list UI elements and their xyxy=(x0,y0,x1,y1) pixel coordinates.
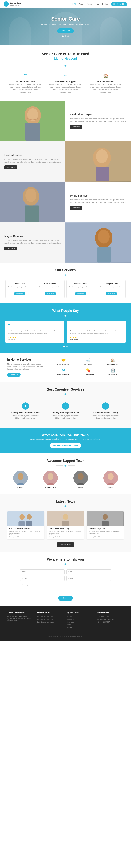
svg-rect-28 xyxy=(26,522,32,526)
service-cards: Home Care Mauris consequat, eger velit u… xyxy=(5,280,126,298)
feature-img-2 xyxy=(65,141,131,182)
footer-news-item-3[interactable]: Latest news item three xyxy=(37,621,64,623)
feature-block-1: Vestibulum Turpis Join our email list to… xyxy=(0,100,131,141)
help-name-input[interactable] xyxy=(20,569,65,574)
cta-button[interactable]: Get FREE consultation now! xyxy=(50,443,81,448)
help-message-textarea[interactable] xyxy=(20,583,111,593)
help-email-input[interactable] xyxy=(66,569,111,574)
caregiver-num-1: 1 xyxy=(22,402,29,410)
testimonial-stars-1: ★★★★★ xyxy=(8,336,62,338)
hero-cta-button[interactable]: Read More xyxy=(57,28,73,33)
award-icon: ✏ xyxy=(62,72,69,79)
help-row-1 xyxy=(20,569,111,574)
hero-dot-1[interactable] xyxy=(62,35,64,37)
team-card-2: Martina Cruz xyxy=(37,471,64,489)
feature-readmore-1[interactable]: Read More xyxy=(70,125,83,128)
feature-block-2: Luctus Lectus Join our email list to lea… xyxy=(0,141,131,182)
news-date-2: January 10, 2020 xyxy=(49,536,82,538)
help-divider: ❋ xyxy=(7,563,124,566)
footer-quick-home[interactable]: Home xyxy=(67,616,94,617)
feature-content-4: Magna Dapibus Join our email list to lea… xyxy=(0,222,65,263)
help-phone-input[interactable] xyxy=(66,576,111,581)
footer-news-title: Recent News xyxy=(37,612,64,614)
trust-section: Senior Care Is Your Trusted Living Heave… xyxy=(0,44,131,100)
footer-quick-title: Quick Links xyxy=(67,612,94,614)
service-card-text-2: Mauris consequat, eger velit ultrices ef… xyxy=(38,286,63,290)
footer-quick-services[interactable]: Services xyxy=(67,621,94,623)
nav-contact[interactable]: Contact xyxy=(101,3,108,5)
inhome-service-name-1: Companionship xyxy=(53,364,74,365)
help-submit-button[interactable]: Submit xyxy=(58,596,73,601)
service-btn-1[interactable]: Read More xyxy=(14,292,25,295)
trust-card-title-2: Award Wining Support xyxy=(49,81,82,83)
team-name-1: Kamali xyxy=(7,487,34,489)
trust-card-text-2: Mauris consequat, eger velit ultrices ef… xyxy=(49,84,82,93)
footer-news-item-2[interactable]: Latest news item two xyxy=(37,618,64,620)
news-section: Latest News ❋ Aenean Tempus As Urna Join… xyxy=(0,494,131,552)
feature-readmore-2[interactable]: Read More xyxy=(4,165,17,169)
testimonial-dot-2[interactable] xyxy=(66,346,67,347)
svg-point-26 xyxy=(27,514,32,520)
caregiver-title: Best Caregiver Services xyxy=(7,388,124,392)
inhome-service-4: ❤ Long Term Care xyxy=(53,368,74,375)
divider-flower-icon: ❋ xyxy=(64,64,67,67)
inhome-btn[interactable]: Read More xyxy=(7,373,21,377)
hygiene-icon: 💊 xyxy=(77,368,99,373)
nav-pages[interactable]: Pages xyxy=(87,3,92,5)
cta-banner: We've been there. We understand. Mauris … xyxy=(0,428,131,454)
svg-rect-34 xyxy=(102,522,109,526)
news-divider-right xyxy=(68,506,75,506)
footer-contact-address: 123 Main Street xyxy=(97,616,124,617)
nav-home[interactable]: Home xyxy=(71,3,76,5)
nav-blog[interactable]: Blog xyxy=(95,3,99,5)
news-all-posts-button[interactable]: View all Posts xyxy=(57,542,74,547)
footer-news-item-1[interactable]: Latest news item one xyxy=(37,616,64,617)
footer-quick-about[interactable]: About Us xyxy=(67,618,94,620)
header: Senior Care Living Center Home About Pag… xyxy=(0,0,131,8)
service-btn-4[interactable]: Read More xyxy=(106,292,117,295)
news-img-svg-2 xyxy=(47,512,84,526)
nav-cta-button[interactable]: GET A QUOTE xyxy=(111,2,127,6)
news-divider-icon: ❋ xyxy=(64,505,67,508)
svg-point-33 xyxy=(103,514,108,520)
service-btn-3[interactable]: Read More xyxy=(75,292,86,295)
news-card-3: Tristique Magna Di Join our email list t… xyxy=(87,512,124,539)
news-article-text-1: Join our email list to learn more about … xyxy=(9,531,42,535)
hero-dot-2[interactable] xyxy=(65,35,66,37)
help-subject-input[interactable] xyxy=(20,576,65,581)
caregiver-card-text-2: Mauris consequat, eger velit ultrices ef… xyxy=(50,415,81,420)
service-btn-2[interactable]: Read More xyxy=(45,292,56,295)
news-content-2: Consectetur Adipiscing Join our email li… xyxy=(47,526,84,539)
logo-icon xyxy=(4,1,9,6)
testimonial-quote-1: " xyxy=(8,323,62,329)
trust-card-1: 🛡 24/7 Security Guards Mauris consequat,… xyxy=(7,71,44,95)
hero-dot-3[interactable] xyxy=(67,35,69,37)
nav-about[interactable]: About xyxy=(79,3,84,5)
news-img-3 xyxy=(87,512,124,526)
team-avatar-svg-4 xyxy=(103,471,118,485)
news-content-1: Aenean Tempus As Urna Join our email lis… xyxy=(7,526,44,539)
footer-quick-blog[interactable]: Blog xyxy=(67,624,94,626)
services-title: Our Services xyxy=(5,268,126,272)
footer-contact-title: Contact Info xyxy=(97,612,124,614)
inhome-services-grid: 🤝 Companionship 🛁 Bed Bathing 🏠 Housekee… xyxy=(53,358,124,375)
caregiver-num-3: 3 xyxy=(102,402,109,410)
service-card-text-3: Mauris consequat, eger velit ultrices ef… xyxy=(68,286,93,290)
news-img-1 xyxy=(7,512,44,526)
service-card-title-2: Care Services xyxy=(38,283,63,285)
medical-care-icon: 🏥 xyxy=(102,368,124,373)
feature-text-1: Join our email list to learn more about … xyxy=(70,118,127,123)
team-avatar-svg-3 xyxy=(73,471,88,485)
feature-readmore-3[interactable]: Read More xyxy=(70,206,83,210)
trust-subtitle: Living Heaven! xyxy=(7,57,124,61)
trust-card-3: 🏠 Furnished Rooms Mauris consequat, eger… xyxy=(87,71,124,95)
svg-point-14 xyxy=(98,230,109,244)
caregiver-card-text-1: Mauris consequat, eger velit ultrices ef… xyxy=(10,415,41,420)
svg-point-10 xyxy=(26,189,36,202)
news-article-text-2: Join our email list to learn more about … xyxy=(49,531,82,535)
footer-quick-contact[interactable]: Contact xyxy=(67,626,94,628)
caregiver-card-1: 1 Meeting Your Emotional Needs Mauris co… xyxy=(7,399,44,423)
feature-readmore-4[interactable]: Read More xyxy=(4,247,17,250)
testimonial-dot-1[interactable] xyxy=(64,346,65,347)
news-img-svg-3 xyxy=(87,512,124,526)
